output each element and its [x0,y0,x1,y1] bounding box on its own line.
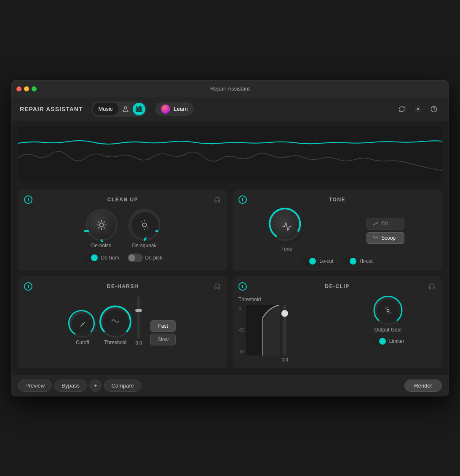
maximize-button[interactable] [32,86,37,91]
output-gain-label: Output Gain [374,327,401,333]
deharsh-slider[interactable] [137,297,140,339]
cleanup-knobs-row: De-noise De-squeak [24,210,222,249]
graph-label-0: 0 [238,307,244,311]
locut-label: Lo-cut [319,258,333,264]
deharsh-header: DE-HARSH [24,282,222,291]
render-button[interactable]: Render [404,380,442,392]
svg-point-9 [99,223,103,227]
preview-button[interactable]: Preview [18,380,52,392]
declip-header: DE-CLIP [238,282,436,291]
header: REPAIR ASSISTANT Music Learn [11,97,449,121]
tone-knob[interactable] [270,210,304,243]
svg-rect-4 [141,107,142,111]
tone-knob-container: Tone [270,210,304,252]
depick-toggle[interactable] [128,254,143,262]
deharsh-slider-container: 0.0 [136,297,142,345]
svg-point-5 [417,108,419,110]
declip-ear-icon[interactable] [428,282,436,291]
main-window: Repair Assistant REPAIR ASSISTANT Music … [11,80,449,396]
cleanup-header: CLEAN UP [24,195,222,204]
denoise-knob[interactable] [86,210,117,240]
svg-rect-3 [139,106,140,112]
deharsh-slider-value: 0.0 [136,340,142,345]
graph-y-labels: 0 -32 -64 [238,305,244,356]
svg-line-18 [80,322,85,327]
titlebar: Repair Assistant [11,80,449,97]
content-grid: CLEAN UP [11,186,449,375]
declip-slider-value: 0.0 [281,357,288,362]
output-gain-knob[interactable] [374,297,402,324]
refresh-button[interactable] [396,103,408,115]
deharsh-threshold-label: Threshold [104,340,126,345]
scoop-button[interactable]: Scoop [366,232,404,244]
limiter-label: Limiter [389,338,404,344]
cleanup-panel: CLEAN UP [18,190,227,271]
close-button[interactable] [16,86,21,91]
window-title: Repair Assistant [210,86,250,92]
learn-button[interactable]: Learn [155,102,193,116]
hicut-toggle[interactable] [342,257,357,265]
bypass-button[interactable]: Bypass [54,380,87,392]
deharsh-controls: Cutoff Threshold [24,297,222,345]
deharsh-ear-icon[interactable] [213,282,222,291]
depick-label: De-pick [145,255,163,261]
minimize-button[interactable] [24,86,29,91]
denoise-label: De-noise [91,243,111,249]
tone-mode-buttons: Tilt Scoop [366,218,404,244]
cleanup-power-button[interactable] [24,195,32,204]
declip-title: DE-CLIP [247,283,428,289]
tone-knob-label: Tone [281,246,292,252]
header-icons [396,103,440,115]
speed-buttons: Fast Slow [150,320,176,345]
tone-content: Tone Tilt Scoop [238,210,436,252]
denoise-knob-container: De-noise [86,210,117,249]
help-button[interactable] [428,103,440,115]
declip-graph-area: Threshold 0 -32 -64 [238,297,335,362]
plus-button[interactable]: + [89,380,102,392]
declip-slider-container: 0.0 [281,305,288,362]
fast-button[interactable]: Fast [150,320,176,332]
tone-header: TONE [238,195,436,204]
limiter-toggle-item: Limiter [372,337,404,345]
locut-toggle[interactable] [302,257,317,265]
hicut-label: Hi-cut [360,258,373,264]
desqueak-label: De-squeak [132,243,156,249]
mode-selector: Music [91,102,147,117]
tone-toggles: Lo-cut Hi-cut [238,257,436,265]
svg-point-25 [387,309,389,312]
cutoff-knob[interactable] [70,312,95,337]
tone-title: TONE [247,197,428,203]
voice-icon[interactable] [119,103,132,115]
hicut-toggle-item: Hi-cut [342,257,373,265]
declip-slider[interactable] [283,305,286,356]
scoop-label: Scoop [381,235,396,241]
compare-button[interactable]: Compare [104,380,141,392]
depick-toggle-item: De-pick [128,254,163,262]
tilt-button[interactable]: Tilt [366,218,404,230]
cleanup-ear-icon[interactable] [213,195,222,204]
learn-label: Learn [174,106,187,112]
settings-button[interactable] [412,103,424,115]
music-mode-button[interactable]: Music [93,103,119,115]
dehum-label: De-hum [101,255,119,261]
declip-graph-wrapper: 0 -32 -64 [238,305,335,362]
tone-power-button[interactable] [238,195,247,204]
declip-content: Threshold 0 -32 -64 [238,297,436,362]
dehum-toggle[interactable] [83,254,99,262]
locut-toggle-item: Lo-cut [302,257,333,265]
svg-point-0 [124,107,127,109]
deharsh-power-button[interactable] [24,282,32,291]
graph-label-32: -32 [238,328,244,332]
declip-right: Output Gain Limiter [340,297,436,345]
deharsh-threshold-knob[interactable] [100,307,131,337]
svg-line-15 [373,222,378,225]
deharsh-slider-thumb [135,309,142,312]
cleanup-toggles: De-hum De-pick [24,254,222,262]
limiter-toggle[interactable] [372,337,387,345]
slow-button[interactable]: Slow [150,334,176,345]
instrument-icon[interactable] [133,103,145,115]
tilt-label: Tilt [381,221,388,227]
declip-power-button[interactable] [238,282,247,291]
svg-point-12 [142,223,146,227]
desqueak-knob[interactable] [129,210,160,240]
